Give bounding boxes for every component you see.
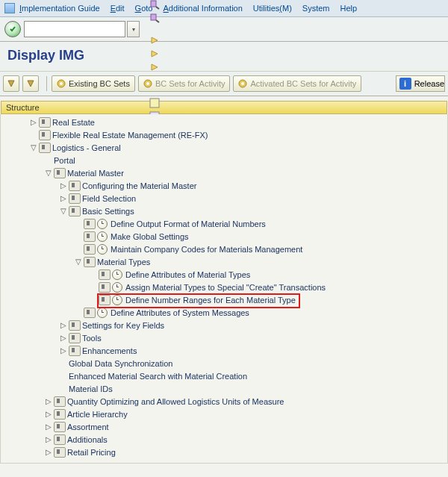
img-activity-icon[interactable] bbox=[69, 193, 81, 204]
tree-node[interactable]: ▷Field Selection bbox=[1, 192, 447, 205]
execute-icon[interactable] bbox=[112, 295, 122, 305]
tree-node[interactable]: ▽Logistics - General bbox=[1, 141, 447, 154]
node-label: Material Types bbox=[97, 258, 150, 266]
menu-additional-information[interactable]: Additional Information bbox=[163, 4, 242, 13]
release-notes-button[interactable]: iRelease bbox=[396, 75, 445, 92]
tree-node[interactable]: Define Number Ranges for Each Material T… bbox=[1, 293, 447, 306]
img-activity-icon[interactable] bbox=[39, 130, 51, 140]
tree-node[interactable]: ▷Settings for Key Fields bbox=[1, 319, 447, 331]
img-activity-icon[interactable] bbox=[69, 181, 81, 191]
node-label: Configuring the Material Master bbox=[82, 181, 196, 190]
execute-icon[interactable] bbox=[97, 244, 108, 255]
img-activity-icon[interactable] bbox=[69, 333, 81, 343]
expand-icon[interactable]: ▷ bbox=[44, 448, 52, 456]
expand-icon[interactable]: ▷ bbox=[59, 194, 67, 202]
img-activity-icon[interactable] bbox=[69, 346, 81, 356]
img-activity-icon[interactable] bbox=[54, 422, 66, 432]
tree-node[interactable]: Material IDs bbox=[1, 382, 447, 395]
img-activity-icon[interactable] bbox=[99, 295, 111, 305]
img-activity-icon[interactable] bbox=[39, 117, 51, 128]
page-title: Display IMG bbox=[7, 48, 84, 63]
tree-node[interactable]: ▷Assortment bbox=[1, 420, 447, 433]
img-activity-icon[interactable] bbox=[84, 257, 96, 267]
img-activity-icon[interactable] bbox=[54, 447, 66, 458]
expand-icon[interactable]: ▷ bbox=[29, 118, 37, 126]
expand-icon[interactable]: ▷ bbox=[59, 346, 67, 355]
existing-bc-sets-button[interactable]: Existing BC Sets bbox=[52, 75, 135, 92]
expand-icon[interactable]: ▷ bbox=[59, 321, 67, 329]
tree-node[interactable]: ▽Basic Settings bbox=[1, 205, 447, 217]
node-label: Assign Material Types to Special "Create… bbox=[125, 283, 326, 292]
tree-node[interactable]: ▷Configuring the Material Master bbox=[1, 179, 447, 192]
command-field[interactable] bbox=[24, 21, 125, 37]
structure-column-header: Structure bbox=[1, 101, 447, 114]
tree-node[interactable]: Global Data Synchronization bbox=[1, 357, 447, 370]
execute-icon[interactable] bbox=[97, 219, 108, 229]
tree-node[interactable]: Maintain Company Codes for Materials Man… bbox=[1, 243, 447, 255]
tree-node[interactable]: ▷Additionals bbox=[1, 433, 447, 446]
tree-node[interactable]: Define Attributes of Material Types bbox=[1, 268, 447, 281]
menu-edit[interactable]: Edit bbox=[111, 4, 125, 13]
collapse-subtree-button[interactable] bbox=[22, 75, 39, 92]
expand-icon[interactable]: ▷ bbox=[44, 435, 52, 443]
application-toolbar: Existing BC SetsBC Sets for ActivityActi… bbox=[0, 71, 448, 96]
tree-node[interactable]: ▷Retail Pricing bbox=[1, 446, 447, 458]
menu-utilities-m-[interactable]: Utilities(M) bbox=[253, 4, 292, 13]
collapse-icon[interactable]: ▽ bbox=[44, 169, 52, 177]
menu-implementation-guide[interactable]: Implementation Guide bbox=[19, 4, 100, 13]
tree-node[interactable]: Assign Material Types to Special "Create… bbox=[1, 281, 447, 293]
tree-node[interactable]: Define Attributes of System Messages bbox=[1, 306, 447, 319]
img-activity-icon[interactable] bbox=[39, 143, 51, 153]
img-activity-icon[interactable] bbox=[54, 396, 66, 407]
img-activity-icon[interactable] bbox=[84, 244, 96, 255]
expand-subtree-button[interactable] bbox=[3, 75, 19, 92]
layout-icon[interactable] bbox=[148, 96, 161, 110]
tree-node[interactable]: Make Global Settings bbox=[1, 230, 447, 243]
expand-icon[interactable]: ▷ bbox=[59, 334, 67, 342]
menu-system[interactable]: System bbox=[302, 4, 330, 13]
execute-icon[interactable] bbox=[112, 282, 122, 293]
command-dropdown[interactable]: ▾ bbox=[127, 21, 140, 37]
tree-node[interactable]: ▷Real Estate bbox=[1, 116, 447, 128]
img-activity-icon[interactable] bbox=[99, 269, 111, 280]
img-activity-icon[interactable] bbox=[99, 282, 111, 293]
tree-node[interactable]: Flexible Real Estate Management (RE-FX) bbox=[1, 128, 447, 141]
bcset-icon bbox=[57, 79, 66, 88]
tree-node[interactable]: ▷Quantity Optimizing and Allowed Logisti… bbox=[1, 395, 447, 408]
img-activity-icon[interactable] bbox=[54, 434, 66, 445]
tree-node[interactable]: Enhanced Material Search with Material C… bbox=[1, 370, 447, 382]
expand-icon[interactable]: ▷ bbox=[59, 181, 67, 190]
tree-node[interactable]: ▽Material Master bbox=[1, 166, 447, 179]
expand-icon[interactable]: ▷ bbox=[44, 410, 52, 418]
prev-icon[interactable] bbox=[148, 47, 161, 60]
find-next-icon[interactable] bbox=[148, 11, 161, 25]
tree-node[interactable]: Define Output Format of Material Numbers bbox=[1, 217, 447, 230]
enter-button[interactable] bbox=[4, 21, 21, 37]
find-icon[interactable] bbox=[148, 0, 161, 11]
node-label: Define Attributes of Material Types bbox=[125, 270, 250, 279]
tree-node[interactable]: ▷Enhancements bbox=[1, 344, 447, 357]
img-activity-icon[interactable] bbox=[54, 409, 66, 420]
img-activity-icon[interactable] bbox=[69, 206, 81, 216]
expand-icon[interactable]: ▷ bbox=[44, 397, 52, 405]
collapse-icon[interactable]: ▽ bbox=[29, 143, 37, 152]
tree-node[interactable]: Portal bbox=[1, 154, 447, 166]
tree-node[interactable]: ▷Article Hierarchy bbox=[1, 408, 447, 420]
execute-icon[interactable] bbox=[97, 231, 108, 242]
img-activity-icon[interactable] bbox=[84, 219, 96, 229]
menu-help[interactable]: Help bbox=[340, 4, 358, 13]
execute-icon[interactable] bbox=[97, 308, 108, 318]
first-icon[interactable] bbox=[148, 34, 161, 47]
collapse-icon[interactable]: ▽ bbox=[59, 207, 67, 215]
expand-icon[interactable]: ▷ bbox=[44, 423, 52, 431]
execute-icon[interactable] bbox=[112, 269, 122, 280]
next-icon[interactable] bbox=[148, 60, 161, 74]
img-activity-icon[interactable] bbox=[84, 308, 96, 318]
node-label: Global Data Synchronization bbox=[69, 359, 172, 368]
img-activity-icon[interactable] bbox=[84, 231, 96, 242]
collapse-icon[interactable]: ▽ bbox=[74, 258, 82, 266]
tree-node[interactable]: ▷Tools bbox=[1, 331, 447, 344]
tree-node[interactable]: ▽Material Types bbox=[1, 255, 447, 268]
img-activity-icon[interactable] bbox=[69, 320, 81, 331]
img-activity-icon[interactable] bbox=[54, 168, 66, 178]
